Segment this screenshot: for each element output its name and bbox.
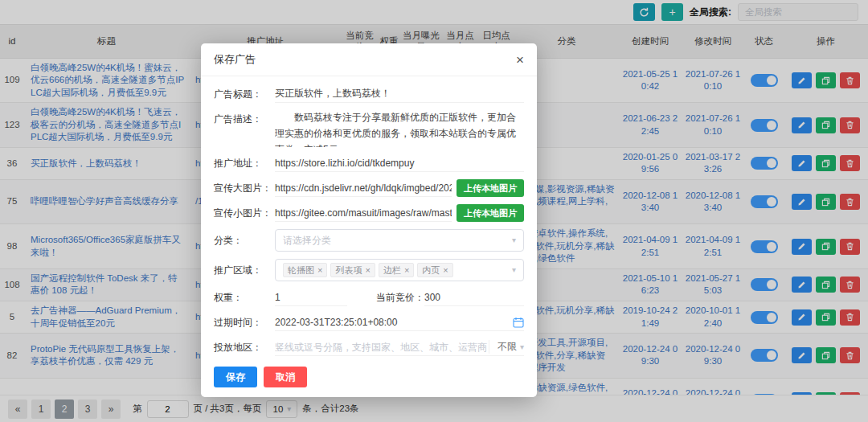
- caret-down-icon: ▾: [512, 236, 516, 244]
- modal-title: 保存广告: [214, 52, 256, 67]
- close-icon[interactable]: ×: [516, 53, 524, 67]
- area-label: 投放地区：: [214, 338, 275, 356]
- tag-remove-icon[interactable]: ×: [317, 265, 322, 275]
- region-select[interactable]: 轮播图 × 列表项 × 边栏 ×: [275, 259, 524, 281]
- region-tag: 边栏 ×: [379, 263, 414, 277]
- current-bid-label: 当前竞价：: [376, 289, 424, 306]
- area-field: 不限 ▾: [275, 338, 524, 356]
- calendar-icon[interactable]: [513, 317, 524, 328]
- ad-desc-label: 广告描述：: [214, 110, 275, 128]
- region-label: 推广区域：: [214, 261, 275, 279]
- big-image-label: 宣传大图片：: [214, 179, 275, 197]
- area-input[interactable]: [275, 338, 489, 355]
- modal-actions: 保存 取消: [214, 367, 524, 387]
- category-select[interactable]: 请选择分类 ▾: [275, 229, 524, 252]
- modal-header: 保存广告 ×: [201, 43, 537, 76]
- region-tag: 列表项 ×: [330, 263, 375, 277]
- tag-remove-icon[interactable]: ×: [404, 265, 409, 275]
- weight-label: 权重：: [214, 289, 275, 306]
- tag-remove-icon[interactable]: ×: [443, 265, 448, 275]
- cancel-button[interactable]: 取消: [264, 367, 307, 387]
- area-unlimited-select[interactable]: 不限 ▾: [489, 340, 524, 354]
- modal-body: 广告标题： 广告描述： 数码荔枝专注于分享最新鲜优质的正版软件，更加合理实惠的价…: [201, 76, 537, 387]
- ad-desc-textarea[interactable]: 数码荔枝专注于分享最新鲜优质的正版软件，更加合理实惠的价格和更优质的服务，领取和…: [275, 110, 524, 147]
- region-tag-label: 列表项: [335, 264, 362, 277]
- category-row: 分类： 请选择分类 ▾: [214, 229, 524, 252]
- caret-down-icon: ▾: [520, 343, 524, 351]
- ad-desc-row: 广告描述： 数码荔枝专注于分享最新鲜优质的正版软件，更加合理实惠的价格和更优质的…: [214, 110, 524, 147]
- region-tags: 轮播图 × 列表项 × 边栏 ×: [283, 263, 453, 277]
- region-tag-label: 边栏: [383, 264, 401, 277]
- area-unlimited-label: 不限: [497, 340, 517, 354]
- big-image-row: 宣传大图片： 上传本地图片: [214, 179, 524, 197]
- ad-title-input[interactable]: [275, 86, 524, 103]
- upload-small-image-button[interactable]: 上传本地图片: [457, 204, 524, 222]
- promo-url-input[interactable]: [275, 155, 524, 172]
- small-image-url-input[interactable]: [275, 205, 452, 222]
- category-placeholder: 请选择分类: [283, 234, 331, 248]
- region-tag: 轮播图 ×: [283, 263, 327, 277]
- save-button[interactable]: 保存: [214, 367, 257, 387]
- tag-remove-icon[interactable]: ×: [365, 265, 370, 275]
- upload-big-image-button[interactable]: 上传本地图片: [457, 179, 524, 197]
- category-label: 分类：: [214, 231, 275, 249]
- region-tag-label: 轮播图: [288, 264, 314, 277]
- region-tag: 内页 ×: [417, 263, 452, 277]
- small-image-row: 宣传小图片： 上传本地图片: [214, 204, 524, 222]
- region-tag-label: 内页: [422, 264, 440, 277]
- expire-label: 过期时间：: [214, 313, 275, 331]
- weight-bid-row: 权重： 当前竞价：: [214, 289, 524, 306]
- small-image-label: 宣传小图片：: [214, 204, 275, 222]
- big-image-url-input[interactable]: [275, 180, 452, 197]
- promo-url-label: 推广地址：: [214, 154, 275, 172]
- region-row: 推广区域： 轮播图 × 列表项 ×: [214, 259, 524, 281]
- weight-input[interactable]: [275, 289, 347, 306]
- expire-time-input[interactable]: [275, 313, 513, 330]
- save-ad-modal: 保存广告 × 广告标题： 广告描述： 数码荔枝专注于分享最新鲜优质的正版软件，更…: [201, 43, 537, 397]
- area-row: 投放地区： 不限 ▾: [214, 338, 524, 356]
- expire-row: 过期时间：: [214, 313, 524, 331]
- promo-url-row: 推广地址：: [214, 154, 524, 172]
- expire-field: [275, 313, 524, 331]
- caret-down-icon: ▾: [512, 266, 516, 274]
- current-bid-input[interactable]: [424, 289, 524, 306]
- ad-title-row: 广告标题：: [214, 85, 524, 103]
- ad-title-label: 广告标题：: [214, 85, 275, 103]
